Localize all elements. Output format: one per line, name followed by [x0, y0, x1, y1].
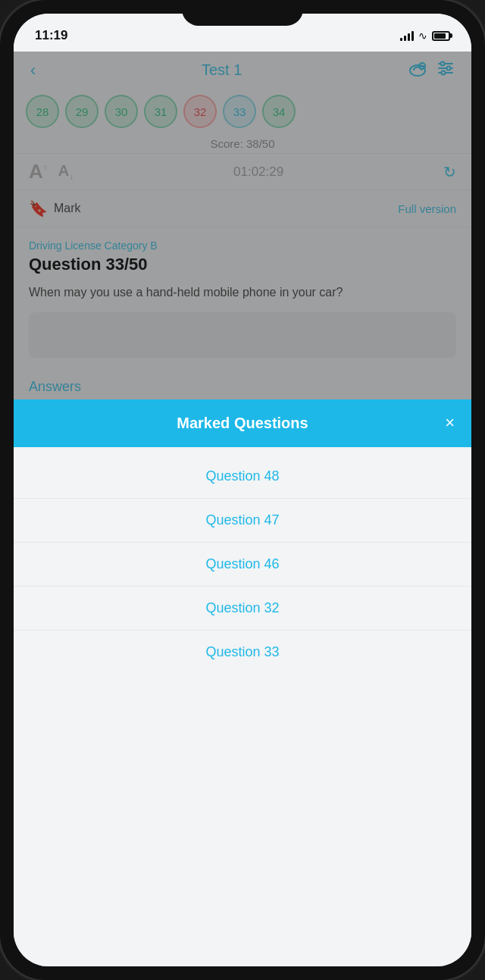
phone-frame: 11:19 ∿ ‹ Test 1 [0, 0, 485, 980]
status-time: 11:19 [35, 28, 67, 43]
marked-item-46[interactable]: Question 46 [14, 543, 471, 587]
modal-body: Question 48 Question 47 Question 46 Ques… [14, 447, 471, 681]
marked-item-32[interactable]: Question 32 [14, 587, 471, 631]
screen-content: ‹ Test 1 [14, 52, 471, 966]
wifi-icon: ∿ [418, 30, 427, 42]
marked-item-47-label: Question 47 [205, 512, 279, 528]
marked-item-32-label: Question 32 [205, 600, 279, 616]
marked-questions-modal: Marked Questions × Question 48 Question … [14, 399, 471, 966]
notch [182, 0, 303, 26]
marked-item-33[interactable]: Question 33 [14, 631, 471, 674]
modal-header: Marked Questions × [14, 399, 471, 447]
modal-title: Marked Questions [177, 415, 308, 432]
marked-item-48[interactable]: Question 48 [14, 455, 471, 499]
marked-item-48-label: Question 48 [205, 468, 279, 484]
phone-screen: 11:19 ∿ ‹ Test 1 [14, 14, 471, 966]
status-icons: ∿ [400, 30, 450, 42]
marked-item-33-label: Question 33 [205, 644, 279, 660]
marked-item-47[interactable]: Question 47 [14, 499, 471, 543]
modal-close-button[interactable]: × [445, 413, 455, 433]
signal-icon [400, 30, 414, 41]
marked-item-46-label: Question 46 [205, 556, 279, 572]
battery-icon [432, 31, 450, 41]
